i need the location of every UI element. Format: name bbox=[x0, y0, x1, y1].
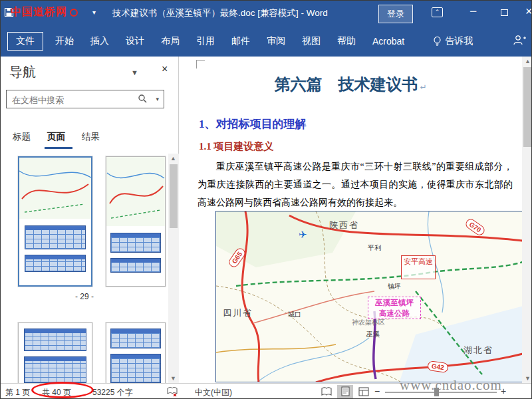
web-layout-icon[interactable] bbox=[356, 385, 372, 398]
navigation-close-icon[interactable]: × bbox=[162, 63, 168, 75]
thumbnail-table bbox=[110, 233, 161, 253]
tab-design[interactable]: 设计 bbox=[119, 32, 151, 51]
navigation-pane-title: 导航 bbox=[9, 63, 36, 81]
map-label-sichuan: 四川省 bbox=[223, 307, 253, 319]
account-icon[interactable] bbox=[513, 35, 526, 49]
scroll-up-icon[interactable]: ▲ bbox=[525, 58, 531, 65]
tab-home[interactable]: 开始 bbox=[49, 32, 80, 51]
sign-in-button[interactable]: 登录 bbox=[378, 5, 413, 23]
map-label-wuxi: 巫溪 bbox=[366, 330, 380, 339]
site-watermark-logo-icon bbox=[70, 9, 78, 17]
document-scrollbar[interactable]: ▲ ▼ bbox=[522, 57, 532, 383]
page-indicator[interactable]: 第 1 页 bbox=[5, 387, 30, 398]
page-thumbnail-30[interactable] bbox=[18, 323, 92, 383]
tab-help[interactable]: 帮助 bbox=[331, 32, 362, 51]
title-bar: ▾ 技术建议书（巫溪至镇平）最终.doc [兼容模式] - Word 登录 ⌃ … bbox=[1, 1, 532, 26]
word-count[interactable]: 53225 个字 bbox=[92, 387, 133, 398]
maximize-button[interactable] bbox=[501, 9, 508, 16]
page-thumbnail-next[interactable] bbox=[106, 156, 166, 287]
thumbnail-page-number: - 29 - bbox=[1, 292, 168, 301]
nav-tab-results[interactable]: 结果 bbox=[82, 131, 100, 143]
text-boundary-corner-mark bbox=[196, 60, 205, 68]
tab-layout[interactable]: 布局 bbox=[154, 32, 186, 51]
map-label-zhenping: 镇坪 bbox=[388, 282, 401, 291]
thumbnail-table bbox=[110, 354, 161, 383]
map-label-hubei: 湖北省 bbox=[464, 344, 493, 356]
heading-1-1: 1.1 项目建设意义 bbox=[199, 140, 274, 153]
window-title: 技术建议书（巫溪至镇平）最终.doc [兼容模式] - Word bbox=[112, 7, 328, 19]
thumbnail-table bbox=[25, 255, 86, 272]
section-title-text: 第六篇 技术建议书 bbox=[274, 76, 418, 93]
tell-me-box[interactable]: 告诉我 bbox=[433, 35, 473, 47]
thumbnail-table bbox=[24, 356, 86, 383]
document-canvas[interactable]: 第六篇 技术建议书↵ 1、对招标项目的理解 1.1 项目建设意义 重庆巫溪至镇平… bbox=[179, 57, 532, 383]
page-thumbnails: - 29 - bbox=[1, 154, 168, 383]
tab-file[interactable]: 文件 bbox=[7, 32, 43, 51]
map-route-callout: 巫溪至镇坪 高速公路 bbox=[368, 297, 421, 319]
word-window: ▾ 技术建议书（巫溪至镇平）最终.doc [兼容模式] - Word 登录 ⌃ … bbox=[0, 0, 532, 399]
navigation-tabs: 标题 页面 结果 bbox=[1, 126, 178, 150]
language-indicator[interactable]: 中文(中国) bbox=[195, 387, 232, 398]
navigation-scrollbar[interactable]: ▲ ▼ bbox=[168, 154, 179, 383]
search-input[interactable]: 在文档中搜索 ▾ bbox=[6, 90, 164, 108]
scroll-up-icon[interactable]: ▲ bbox=[170, 155, 176, 162]
page-thumbnail-31[interactable] bbox=[106, 323, 166, 383]
section-title: 第六篇 技术建议书↵ bbox=[179, 74, 522, 95]
navigation-pane: 导航 ▼ × 在文档中搜索 ▾ 标题 页面 结果 bbox=[1, 57, 179, 383]
airport-icon: ✈ bbox=[299, 229, 307, 241]
tab-view[interactable]: 视图 bbox=[295, 32, 327, 51]
close-button[interactable]: × bbox=[525, 5, 532, 19]
search-dropdown-icon[interactable]: ▾ bbox=[156, 96, 159, 102]
scrollbar-thumb[interactable] bbox=[523, 67, 531, 147]
tab-insert[interactable]: 插入 bbox=[84, 32, 116, 51]
page-total[interactable]: 共 40 页 bbox=[42, 387, 71, 398]
search-icon[interactable] bbox=[138, 94, 148, 106]
paragraph-mark: ↵ bbox=[420, 82, 426, 92]
nav-tab-headings[interactable]: 标题 bbox=[13, 131, 31, 143]
tab-acrobat[interactable]: Acrobat bbox=[366, 33, 411, 50]
navigation-options-icon[interactable]: ▼ bbox=[131, 68, 138, 76]
proofing-icon[interactable] bbox=[167, 386, 178, 398]
route-callout-line1: 巫溪至镇坪 bbox=[375, 299, 414, 307]
tell-me-label: 告诉我 bbox=[445, 35, 473, 47]
tab-references[interactable]: 引用 bbox=[190, 32, 221, 51]
route-callout-line2: 高速公路 bbox=[379, 309, 410, 317]
lightbulb-icon bbox=[433, 36, 442, 47]
zoom-out-icon[interactable]: − bbox=[374, 386, 380, 396]
thumbnail-table bbox=[24, 329, 86, 351]
scrollbar-thumb[interactable] bbox=[170, 164, 178, 228]
heading-1: 1、对招标项目的理解 bbox=[199, 116, 307, 132]
route-map-image[interactable]: ✈ 陕西省 四川省 湖北省 神农架林区 平利 镇坪 巫溪 城口 G70 G65 … bbox=[215, 211, 524, 382]
thumbnail-map-graphic bbox=[106, 157, 165, 226]
scroll-down-icon[interactable]: ▼ bbox=[525, 375, 531, 382]
thumbnail-table bbox=[25, 225, 86, 249]
ribbon-tab-strip: 文件 开始 插入 设计 布局 引用 邮件 审阅 视图 帮助 Acrobat 告诉… bbox=[1, 26, 532, 57]
tab-mailings[interactable]: 邮件 bbox=[225, 32, 257, 51]
map-label-chengkou: 城口 bbox=[288, 310, 301, 319]
thumbnail-table bbox=[110, 258, 161, 273]
page-thumbnail-29[interactable] bbox=[18, 156, 92, 287]
map-label-shennongjia: 神农架林区 bbox=[352, 318, 385, 327]
nav-tab-pages[interactable]: 页面 bbox=[47, 131, 65, 143]
print-layout-icon[interactable] bbox=[337, 385, 353, 398]
map-red-callout: 安平高速 bbox=[401, 255, 436, 279]
thumbnail-map-graphic bbox=[19, 158, 91, 219]
map-label-shaanxi: 陕西省 bbox=[329, 219, 359, 231]
map-label-pingli: 平利 bbox=[368, 243, 381, 253]
quick-access-dropdown-icon[interactable]: ▾ bbox=[92, 9, 96, 16]
ribbon-display-options-icon[interactable]: ⌃ bbox=[432, 7, 443, 17]
scroll-down-icon[interactable]: ▼ bbox=[170, 375, 176, 382]
url-watermark: www.cndao.com bbox=[400, 377, 502, 394]
minimize-button[interactable]: ─ bbox=[470, 6, 476, 16]
thumbnail-table bbox=[110, 329, 161, 348]
tab-review[interactable]: 审阅 bbox=[260, 32, 292, 51]
read-mode-icon[interactable] bbox=[319, 385, 334, 398]
site-watermark-text: 中国道桥网 bbox=[11, 5, 67, 19]
site-watermark: 中国道桥网 bbox=[11, 5, 78, 19]
active-tab-underline bbox=[45, 147, 72, 149]
search-placeholder: 在文档中搜索 bbox=[12, 94, 64, 106]
body-paragraph: 重庆巫溪至镇平高速公路是重庆市“三环十射三联线”的重要组成部分，为重庆连接陕西的… bbox=[198, 158, 513, 211]
